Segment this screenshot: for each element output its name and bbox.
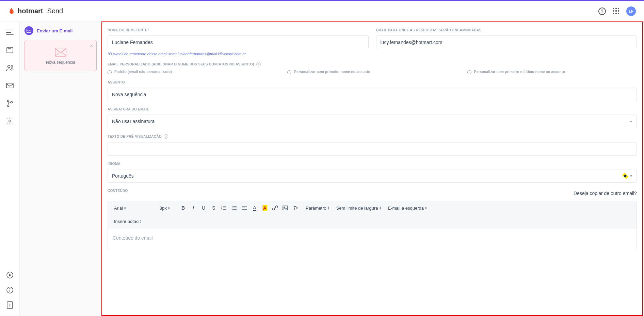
rich-text-editor: Arial▴▾ 8px▴▾ B I U S 123 A A Tx Parâmet… (108, 201, 637, 249)
personalization-radio-group: Padrão (email não personalizado) Persona… (108, 70, 637, 74)
email-step-icon (25, 26, 33, 35)
personalized-label: Email personalizado (adicionar o nome do… (108, 62, 637, 66)
email-align-select[interactable]: E-mail a esquerda▴▾ (385, 204, 430, 212)
subject-input[interactable] (108, 88, 637, 101)
width-select[interactable]: Sem limite de largura▴▾ (334, 204, 384, 212)
reply-email-label: Email para onde as respostas serão encam… (376, 28, 637, 32)
font-size-select[interactable]: 8px▴▾ (157, 204, 177, 212)
svg-point-4 (8, 48, 9, 49)
mail-icon[interactable] (6, 81, 14, 90)
product-text: Send (47, 7, 63, 15)
flame-icon (8, 7, 15, 15)
editor-content[interactable]: Conteúdo do email (108, 228, 637, 249)
svg-point-33 (232, 208, 232, 208)
avatar[interactable]: LF (626, 6, 636, 16)
reply-email-input[interactable] (376, 35, 637, 49)
branch-icon[interactable] (6, 99, 14, 107)
brand-text: hotmart (18, 7, 43, 15)
svg-point-16 (10, 288, 10, 289)
radio-full-label: Personalizar com primeiro e último nome … (474, 70, 565, 74)
align-button[interactable] (240, 204, 249, 212)
menu-toggle-icon[interactable] (6, 28, 14, 36)
envelope-icon (55, 48, 66, 57)
help-icon[interactable]: ? (598, 7, 606, 15)
svg-point-32 (232, 206, 232, 207)
clear-format-button[interactable]: Tx (291, 204, 300, 212)
radio-first-name[interactable] (287, 70, 291, 74)
content-label: Conteúdo (108, 189, 128, 193)
image-button[interactable] (281, 204, 290, 212)
svg-rect-9 (6, 83, 13, 88)
editor-toolbar: Arial▴▾ 8px▴▾ B I U S 123 A A Tx Parâmet… (108, 201, 637, 228)
italic-button[interactable]: I (189, 204, 198, 212)
svg-point-34 (232, 209, 232, 210)
sidebar (0, 21, 20, 316)
sender-name-input[interactable] (108, 35, 369, 49)
svg-rect-38 (283, 206, 288, 210)
subject-label: Assunto (108, 80, 637, 84)
link-button[interactable] (271, 204, 279, 212)
strike-button[interactable]: S (209, 204, 218, 212)
email-form: Nome do Remetente* *O e-mail de remetent… (101, 21, 643, 316)
radio-default[interactable] (108, 70, 112, 74)
logo[interactable]: hotmart Send (8, 7, 63, 15)
radio-full-name[interactable] (467, 70, 471, 74)
bg-color-button[interactable]: A (260, 204, 269, 212)
contacts-icon[interactable] (6, 64, 14, 72)
underline-button[interactable]: U (199, 204, 208, 212)
svg-point-10 (7, 100, 9, 102)
main-content: Enviar um E-mail × Nova sequência Nome d… (20, 21, 644, 316)
radio-first-label: Personalizar com primeiro nome no assunt… (294, 70, 370, 74)
svg-rect-22 (55, 48, 66, 56)
signature-label: Assinatura do email (108, 107, 637, 111)
sender-name-label: Nome do Remetente* (108, 28, 369, 32)
preview-label: Texto de pré-visualização ? (108, 134, 637, 139)
apps-icon[interactable] (613, 8, 619, 15)
close-icon[interactable]: × (90, 43, 93, 48)
sequence-card[interactable]: × Nova sequência (25, 40, 97, 71)
info-icon[interactable] (6, 286, 14, 294)
svg-rect-21 (27, 29, 31, 32)
sender-hint: *O e-mail de remetente desse email será:… (108, 52, 369, 56)
doc-info-icon[interactable] (6, 301, 14, 309)
window-icon[interactable] (6, 46, 14, 54)
preview-input[interactable] (108, 142, 637, 156)
svg-point-6 (10, 48, 11, 49)
svg-point-12 (11, 102, 12, 103)
info-tooltip-icon[interactable]: ? (164, 134, 168, 139)
svg-point-19 (10, 304, 10, 304)
svg-point-5 (9, 48, 10, 49)
sequence-card-label: Nova sequência (46, 60, 75, 65)
unordered-list-button[interactable] (230, 204, 239, 212)
svg-rect-3 (7, 47, 13, 53)
svg-point-8 (11, 66, 13, 67)
svg-point-39 (284, 207, 285, 208)
text-color-button[interactable]: A (250, 204, 259, 212)
svg-point-11 (7, 105, 9, 107)
language-label: Idioma (108, 162, 637, 166)
copy-email-link[interactable]: Deseja copiar de outro email? (574, 191, 637, 196)
radio-default-label: Padrão (email não personalizado) (114, 70, 172, 74)
signature-select[interactable] (108, 115, 637, 128)
gear-icon[interactable] (6, 117, 14, 125)
svg-point-13 (9, 120, 11, 122)
svg-text:3: 3 (221, 209, 222, 210)
sequence-column: Enviar um E-mail × Nova sequência (20, 21, 101, 316)
info-tooltip-icon[interactable]: ? (256, 62, 261, 66)
play-icon[interactable] (6, 271, 14, 279)
insert-button-select[interactable]: Inserir botão▴▾ (111, 217, 144, 225)
svg-point-7 (7, 65, 10, 68)
parameter-select[interactable]: Parâmetro▴▾ (303, 204, 332, 212)
font-family-select[interactable]: Arial▴▾ (111, 204, 156, 212)
language-select[interactable] (108, 169, 637, 183)
ordered-list-button[interactable]: 123 (220, 204, 228, 212)
bold-button[interactable]: B (179, 204, 188, 212)
sequence-header-label: Enviar um E-mail (37, 28, 73, 33)
app-header: hotmart Send ? LF (0, 1, 644, 21)
